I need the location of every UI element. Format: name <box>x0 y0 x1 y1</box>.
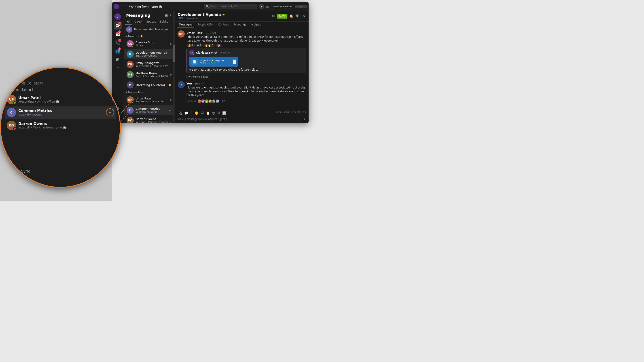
chat-item-common-metrics[interactable]: C Common Metrics Usability research ✏ <box>124 105 174 115</box>
reaction-heart[interactable]: ❤️ 1 <box>196 43 203 47</box>
search-in-chat-button[interactable]: 🔍 <box>295 14 300 18</box>
attach-button[interactable]: 📎 <box>178 111 183 115</box>
tab-all[interactable]: All <box>125 19 132 25</box>
text-format-button[interactable]: T <box>190 111 193 115</box>
recommended-messages-item[interactable]: ⚡ Recommended Messages <box>124 25 175 34</box>
user-avatar-small: U <box>114 4 119 9</box>
tab-content[interactable]: Content <box>216 22 231 28</box>
mention-button[interactable]: @ <box>211 111 216 115</box>
message-input-area: 📎 💬 T 😊 🖼 📋 @ ⊞ 📊 ⋯ Shift + Enter for a … <box>175 109 308 123</box>
notification-button[interactable]: 🔔 <box>289 14 294 18</box>
tab-direct[interactable]: Direct <box>132 19 144 25</box>
zoom-name-darren: Darren Owens <box>18 122 114 126</box>
chat-settings-button[interactable]: ⚙ <box>302 14 306 18</box>
rail-icon-calls[interactable]: 📞 1 <box>114 38 122 46</box>
section-favorites[interactable]: ▾ Favorites ⭐ <box>124 34 175 39</box>
rail-icon-people[interactable]: 👥 1 <box>114 47 122 55</box>
rail-icon-calendar[interactable]: 📅 1 <box>114 30 122 38</box>
edit-button-common-metrics[interactable]: ✏ <box>169 109 172 112</box>
connect-device-button[interactable]: 📺 Connect to a device <box>266 5 292 8</box>
tab-spaces[interactable]: Spaces <box>145 19 158 25</box>
more-options-button[interactable]: ⋯ <box>228 111 232 115</box>
screen-share-button[interactable]: ⊡ <box>272 14 276 18</box>
minimize-button[interactable]: – <box>295 5 299 8</box>
chat-info-umar: Umar Patel Presenting • At the office 🏢 <box>136 97 168 103</box>
zoom-edit-icon[interactable]: ✏ <box>106 108 114 116</box>
zoom-list-item-umar[interactable]: UP Umar Patel Presenting • At the office… <box>4 93 116 106</box>
chat-item-matthew[interactable]: MB Matthew Baker Do Not Disturb until 16… <box>124 70 174 79</box>
zoom-avatar-umar: UP <box>7 95 16 104</box>
reaction-fire[interactable]: 🔥🔥 3 <box>204 43 215 47</box>
zoom-status-darren: In a call • Working from home 🏠 <box>18 126 114 129</box>
tab-add-apps[interactable]: + Apps <box>250 22 263 28</box>
meet-button[interactable]: Meet <box>277 14 287 18</box>
chat-status-common-metrics: Usability research <box>136 110 167 113</box>
scrollbar-thumb[interactable] <box>173 44 175 62</box>
msg-time-you: 8:30 AM <box>194 82 204 85</box>
emoji-button[interactable]: 😊 <box>194 111 199 115</box>
file-info: project-roadmap.doc 24 KB • ✓ Safe <box>200 59 231 64</box>
send-button[interactable]: ➤ <box>303 117 306 121</box>
image-button[interactable]: 🖼 <box>200 111 204 115</box>
title-bar-actions: 📺 Connect to a device <box>266 5 292 8</box>
chat-item-darren[interactable]: DO Darren Owens In a call • Working from… <box>124 115 174 123</box>
chat-item-marketing[interactable]: M Marketing Collateral 🔔 <box>124 80 174 90</box>
zoom-presence-darren <box>13 127 16 130</box>
scrollbar-track[interactable] <box>173 11 175 123</box>
forward-button[interactable]: › <box>124 4 128 9</box>
seen-by-row: Seen by UP CS EJ EN MB CM +2 <box>186 98 306 104</box>
file-meta: 24 KB • ✓ Safe <box>200 62 231 64</box>
chat-item-dev-agenda[interactable]: D Development Agenda ENG Deployment <box>124 49 174 59</box>
msg-avatar-umar: UP <box>178 30 185 37</box>
file-attachment[interactable]: 📄 project-roadmap.doc 24 KB • ✓ Safe <box>189 57 238 67</box>
avatar-matthew: MB <box>126 71 134 78</box>
chart-button[interactable]: 📊 <box>222 111 227 115</box>
reply-thread-label: Reply to thread <box>192 75 208 78</box>
nested-header: CS Clarissa Smith 8:28 AM <box>189 50 304 55</box>
device-icon: 📺 <box>266 5 269 8</box>
chat-name-emily: Emily Nakagawa <box>136 61 172 64</box>
tab-people[interactable]: People (30) <box>195 22 215 28</box>
search-icon: 🔍 <box>206 5 209 8</box>
chat-info-common-metrics: Common Metrics Usability research <box>136 107 167 113</box>
chat-item-clarissa[interactable]: CS Clarissa Smith Active <box>124 39 174 49</box>
new-chat-button[interactable]: ✎ <box>169 14 172 17</box>
message-input[interactable] <box>178 117 303 121</box>
msg-sender-you: You <box>186 82 192 85</box>
tab-messages[interactable]: Messages <box>177 22 194 28</box>
clipboard-button[interactable]: 📋 <box>205 111 210 115</box>
chat-item-emily[interactable]: EN Emily Nakagawa In a meeting • Working… <box>124 59 174 69</box>
reply-thread-button[interactable]: ↩ Reply to thread <box>186 74 210 79</box>
tab-meetings[interactable]: Meetings <box>232 22 249 28</box>
tab-public[interactable]: Public <box>158 19 170 25</box>
zoom-list-item-darren[interactable]: DO Darren Owens In a call • Working from… <box>4 119 116 132</box>
apps-button[interactable]: ⊞ <box>217 111 221 115</box>
format-button[interactable]: 💬 <box>184 111 189 115</box>
reaction-clock[interactable]: ⏰ <box>216 43 222 47</box>
avatar-dev-agenda: D <box>126 50 134 58</box>
avatar-clarissa: CS <box>126 40 134 47</box>
close-button[interactable]: × <box>303 5 307 8</box>
chat-item-umar[interactable]: UP Umar Patel Presenting • At the office… <box>124 95 174 105</box>
reaction-thumbs[interactable]: 👍 1 <box>186 43 195 47</box>
section-feature-launch[interactable]: ▾ Feature launch <box>124 90 175 95</box>
rail-icon-apps[interactable]: ⊞ <box>114 55 122 63</box>
chat-status-dev-agenda: ENG Deployment <box>136 54 172 57</box>
back-button[interactable]: ‹ <box>121 4 124 9</box>
add-button[interactable]: + <box>259 4 264 9</box>
msg-text-umar: I think we should all take a moment to r… <box>186 35 306 43</box>
search-bar[interactable]: 🔍 <box>204 4 258 9</box>
chat-name-marketing: Marketing Collateral <box>136 83 166 87</box>
zoom-list-item-common-metrics[interactable]: C Common Metrics Usability research ✏ <box>4 106 116 119</box>
rail-icon-chat[interactable]: 💬 5 <box>114 21 122 29</box>
search-input[interactable] <box>210 5 255 8</box>
chat-info-clarissa: Clarissa Smith Active <box>136 41 168 47</box>
zoom-content: ...and until... Marketing Collateral Fea… <box>1 68 120 187</box>
presence-umar <box>132 101 134 103</box>
restore-button[interactable]: □ <box>299 5 303 8</box>
filter-button[interactable]: ☰ <box>165 14 168 17</box>
seen-by-label: Seen by <box>186 100 196 103</box>
file-download-button[interactable]: ⬇ <box>232 59 236 64</box>
zoom-presence-umar <box>13 101 16 104</box>
right-panel: Development Agenda ★ ENG Deployment ⊡ Me… <box>175 11 308 123</box>
